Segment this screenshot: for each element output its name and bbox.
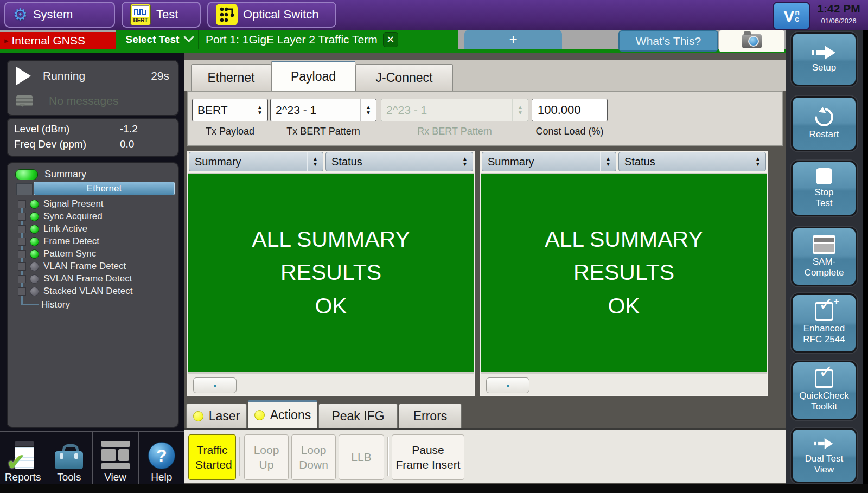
- screenshot-button[interactable]: [719, 30, 784, 52]
- spinner-icon[interactable]: ▲▼: [307, 152, 323, 171]
- tab-optical-switch-label: Optical Switch: [243, 8, 318, 22]
- tree-item-summary[interactable]: Summary: [8, 169, 86, 180]
- enhanced-rfc2544-button[interactable]: ✓+ Enhanced RFC 2544: [791, 293, 857, 353]
- result-group-select[interactable]: Summary ▲▼: [482, 152, 616, 171]
- test-tab-title[interactable]: Port 1: 1GigE Layer 2 Traffic Term: [206, 33, 378, 46]
- sam-complete-button[interactable]: SAM-Complete: [791, 227, 857, 286]
- restart-button[interactable]: Restart: [791, 96, 857, 151]
- view-button[interactable]: View: [93, 432, 139, 485]
- result-view-select[interactable]: Status ▲▼: [618, 152, 766, 171]
- tree-item[interactable]: Pattern Sync: [8, 248, 178, 260]
- messages-label: No messages: [49, 94, 118, 107]
- tab-ethernet[interactable]: Ethernet: [191, 64, 271, 91]
- tree-item[interactable]: VLAN Frame Detect: [8, 260, 178, 272]
- spinner-icon[interactable]: ▲▼: [750, 152, 765, 171]
- tree-item-ethernet-selected[interactable]: Ethernet: [34, 182, 175, 195]
- close-test-icon[interactable]: ✕: [383, 32, 398, 47]
- tree-item[interactable]: Stacked VLAN Detect: [8, 285, 178, 297]
- field-label: Tx BERT Pattern: [270, 126, 376, 137]
- tree-item-history[interactable]: History: [8, 299, 178, 311]
- left-status-column: Running 29s No messages Level (dBm) -1.2…: [0, 53, 184, 484]
- measurement-label: Level (dBm): [14, 123, 69, 137]
- window-icon: [813, 235, 835, 254]
- add-test-tab[interactable]: +: [464, 30, 562, 49]
- gnss-marker-icon: ▸: [4, 36, 9, 46]
- test-status-panel: Running 29s No messages: [7, 60, 179, 116]
- field-label: Tx Payload: [192, 126, 268, 137]
- tx-payload-select[interactable]: BERT ▲▼: [192, 99, 268, 121]
- result-view-select[interactable]: Status ▲▼: [326, 152, 473, 171]
- spinner-icon[interactable]: ▲▼: [600, 152, 616, 171]
- field-label: Const Load (%): [532, 126, 608, 137]
- measurement-value: 0.0: [120, 138, 134, 150]
- status-led-icon: [30, 262, 39, 271]
- tab-test[interactable]: BERT Test: [122, 2, 201, 28]
- pane-footer: [481, 373, 767, 395]
- tab-errors[interactable]: Errors: [399, 404, 462, 428]
- active-test-tab: Select Test Port 1: 1GigE Layer 2 Traffi…: [116, 30, 458, 49]
- spinner-icon[interactable]: ▲▼: [457, 152, 473, 171]
- tree-item[interactable]: Sync Acquired: [8, 210, 178, 222]
- divider: [198, 30, 199, 49]
- field-label: Rx BERT Pattern: [381, 126, 528, 137]
- layout-view-icon: [101, 441, 130, 469]
- signal-measurements-panel: Level (dBm) -1.2 Freq Dev (ppm) 0.0: [7, 118, 179, 157]
- app-window: ⚙ System BERT Test Optical Switch: [0, 0, 868, 493]
- chevron-down-icon[interactable]: [183, 31, 194, 42]
- whats-this-button[interactable]: What's This?: [618, 30, 718, 52]
- spinner-icon[interactable]: ▲▼: [360, 99, 376, 121]
- vnc-indicator[interactable]: V nc: [773, 2, 810, 30]
- quickcheck-toolkit-button[interactable]: ✓ QuickCheck Toolkit: [791, 361, 857, 420]
- checkbox-plus-icon: ✓+: [815, 302, 833, 321]
- yellow-led-icon: [193, 411, 203, 421]
- play-icon: [16, 67, 31, 85]
- pane-footer: [188, 373, 474, 395]
- tab-j-connect[interactable]: J-Connect: [355, 64, 453, 91]
- summary-result-display: ALL SUMMARY RESULTS OK: [481, 173, 767, 373]
- divider: [387, 437, 389, 476]
- select-test-button[interactable]: Select Test: [123, 34, 182, 44]
- status-led-icon: [30, 200, 39, 209]
- reports-icon: ✔: [10, 441, 35, 469]
- llb-button[interactable]: LLB: [339, 434, 384, 480]
- spinner-icon[interactable]: ▲▼: [252, 99, 267, 121]
- help-button[interactable]: ? Help: [139, 432, 184, 485]
- tab-actions[interactable]: Actions: [248, 400, 317, 428]
- tab-system[interactable]: ⚙ System: [4, 2, 115, 28]
- loop-up-button[interactable]: Loop Up: [244, 434, 289, 480]
- pane-move-handle[interactable]: [486, 377, 529, 393]
- test-tab-bar: ▸ Internal GNSS Select Test Port 1: 1Gig…: [0, 30, 786, 53]
- pane-move-handle[interactable]: [193, 377, 237, 393]
- tree-item[interactable]: Signal Present: [8, 198, 178, 210]
- yellow-led-icon: [254, 410, 265, 420]
- tree-item[interactable]: Link Active: [8, 223, 178, 235]
- status-led-icon: [30, 274, 39, 284]
- screen-edge: [0, 484, 868, 493]
- tab-peak-ifg[interactable]: Peak IFG: [318, 404, 398, 428]
- actions-toolbar: Traffic Started Loop Up Loop Down LLB Pa…: [184, 428, 786, 483]
- pause-frame-insert-button[interactable]: Pause Frame Insert: [392, 434, 464, 480]
- const-load-input[interactable]: [532, 99, 608, 121]
- reports-button[interactable]: ✔ Reports: [0, 432, 46, 485]
- tab-laser[interactable]: Laser: [186, 404, 247, 428]
- test-state-label: Running: [43, 69, 85, 82]
- setup-button[interactable]: Setup: [791, 32, 857, 86]
- status-led-icon: [30, 249, 39, 259]
- tree-item[interactable]: SVLAN Frame Detect: [8, 273, 178, 285]
- loop-down-button[interactable]: Loop Down: [291, 434, 336, 480]
- dual-test-view-button[interactable]: Dual Test View: [791, 428, 857, 483]
- tab-optical-switch[interactable]: Optical Switch: [207, 2, 336, 28]
- help-icon: ?: [148, 442, 175, 469]
- stop-test-button[interactable]: Stop Test: [791, 161, 857, 216]
- result-pane-1: Summary ▲▼ Status ▲▼ ALL SUMMARY RESULTS…: [187, 151, 475, 396]
- summary-led-icon: [15, 169, 38, 180]
- messages-icon: [16, 95, 33, 106]
- tab-payload[interactable]: Payload: [271, 61, 355, 91]
- gnss-status-badge[interactable]: ▸ Internal GNSS: [0, 32, 116, 49]
- tools-button[interactable]: Tools: [46, 432, 92, 485]
- tree-item[interactable]: Frame Detect: [8, 235, 178, 247]
- clock: 1:42 PM 01/06/2026: [812, 2, 866, 25]
- tx-bert-pattern-select[interactable]: 2^23 - 1 ▲▼: [270, 99, 376, 121]
- traffic-started-button[interactable]: Traffic Started: [188, 434, 236, 480]
- result-group-select[interactable]: Summary ▲▼: [189, 152, 323, 171]
